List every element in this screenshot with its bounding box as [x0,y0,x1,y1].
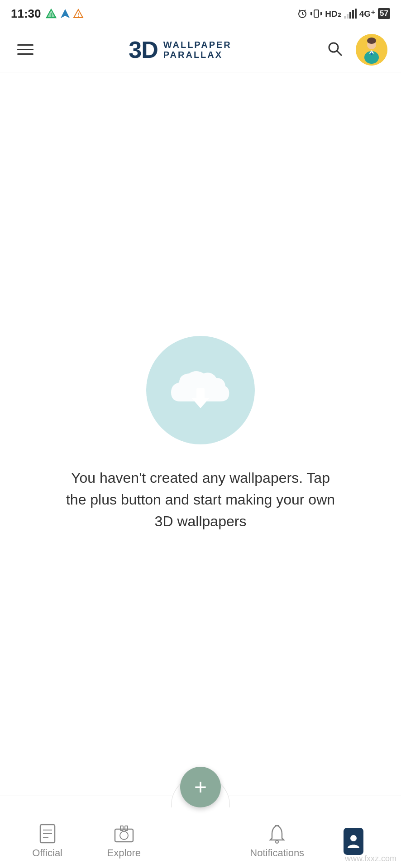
bottom-nav: + Official [0,796,401,868]
official-label: Official [32,847,62,859]
status-right: HD₂ 4G⁺ 57 [297,8,390,19]
nav-icon [45,9,57,19]
explore-icon [114,824,134,844]
profile-icon [344,831,363,851]
location-icon [60,9,70,19]
svg-marker-3 [61,9,70,18]
signal-icon [344,9,357,19]
app-title: 3D WALLPAPER PARALLAX [129,36,232,63]
official-icon [38,824,57,844]
nav-item-explore[interactable]: Explore [86,824,162,859]
status-bar: 11:30 ! [0,0,401,27]
svg-rect-17 [347,14,348,19]
nav-item-official[interactable]: Official [9,824,86,859]
status-time: 11:30 [11,7,41,21]
empty-state-icon [146,336,255,444]
search-icon [327,41,343,57]
svg-point-28 [367,38,376,44]
vibrate-icon [310,8,322,19]
status-left: 11:30 ! [11,7,84,21]
svg-point-36 [120,831,128,840]
fab-plus-icon: + [194,776,207,798]
menu-line-3 [17,53,33,55]
fab-container: + [171,776,230,807]
warning-icon: ! [73,9,84,19]
svg-text:!: ! [77,12,79,18]
svg-line-8 [302,14,304,15]
svg-rect-16 [344,16,346,19]
nav-item-profile[interactable] [315,831,392,851]
avatar-image [356,34,387,66]
battery-icon: 57 [378,8,390,19]
status-icons: ! [45,9,84,19]
svg-line-22 [337,51,341,55]
menu-button[interactable] [14,41,37,58]
svg-point-39 [276,840,278,843]
main-content: You haven't created any wallpapers. Tap … [0,72,401,796]
svg-rect-20 [355,9,357,19]
app-bar: 3D WALLPAPER PARALLAX [0,27,401,72]
cloud-download-icon [167,365,234,415]
avatar-button[interactable] [356,34,387,66]
alarm-icon [297,8,308,19]
app-title-3d: 3D [129,36,158,63]
fab-add-button[interactable]: + [180,767,221,807]
active-indicator [344,828,363,855]
explore-label: Explore [107,847,141,859]
watermark: www.fxxz.com [345,854,396,863]
nav-item-notifications[interactable]: Notifications [239,824,315,859]
svg-line-10 [304,10,306,11]
notifications-label: Notifications [250,847,304,859]
notifications-icon [267,824,287,844]
app-title-text: WALLPAPER PARALLAX [163,40,232,60]
svg-line-9 [299,10,301,11]
svg-marker-30 [191,398,210,408]
empty-state-message: You haven't created any wallpapers. Tap … [65,467,336,532]
search-button[interactable] [323,37,347,62]
menu-line-2 [17,49,33,50]
app-bar-right [323,34,387,66]
menu-line-1 [17,44,33,46]
nav-items: Official Explore [0,824,401,859]
svg-rect-19 [352,10,354,19]
svg-point-41 [350,835,357,841]
hd-badge: HD₂ [325,9,341,19]
svg-rect-18 [349,12,351,19]
svg-rect-38 [125,826,128,830]
app-title-wallpaper: WALLPAPER [163,40,232,50]
network-type: 4G⁺ [359,9,375,19]
svg-rect-11 [314,10,319,17]
app-title-parallax: PARALLAX [163,50,232,60]
svg-rect-37 [120,826,123,830]
